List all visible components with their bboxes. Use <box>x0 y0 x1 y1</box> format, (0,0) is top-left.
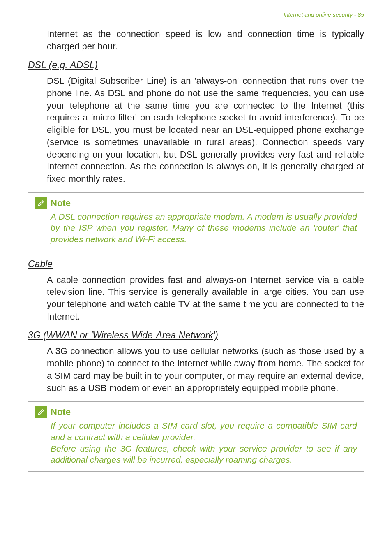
note-title: Note <box>51 407 71 417</box>
section-heading-dsl: DSL (e.g. ADSL) <box>28 60 364 71</box>
section-heading-cable: Cable <box>28 259 364 270</box>
note-box-wwan: Note If your computer includes a SIM car… <box>28 401 364 472</box>
pencil-icon <box>35 406 47 418</box>
section-body-wwan: A 3G connection allows you to use cellul… <box>47 345 364 394</box>
intro-paragraph: Internet as the connection speed is low … <box>47 28 364 52</box>
note-body-line2: Before using the 3G features, check with… <box>51 443 357 466</box>
note-box-dsl: Note A DSL connection requires an approp… <box>28 192 364 251</box>
note-title: Note <box>51 198 71 208</box>
page: Internet and online security - 85 Intern… <box>0 0 392 556</box>
note-header: Note <box>35 406 357 418</box>
note-body-dsl: A DSL connection requires an appropriate… <box>51 211 357 245</box>
section-body-dsl: DSL (Digital Subscriber Line) is an 'alw… <box>47 75 364 185</box>
note-body-wwan: If your computer includes a SIM card slo… <box>51 420 357 466</box>
pencil-icon <box>35 197 47 209</box>
page-header-right: Internet and online security - 85 <box>28 12 364 18</box>
note-header: Note <box>35 197 357 209</box>
note-body-line1: If your computer includes a SIM card slo… <box>51 420 357 442</box>
section-heading-wwan: 3G (WWAN or 'Wireless Wide-Area Network'… <box>28 330 364 341</box>
section-body-cable: A cable connection provides fast and alw… <box>47 274 364 323</box>
